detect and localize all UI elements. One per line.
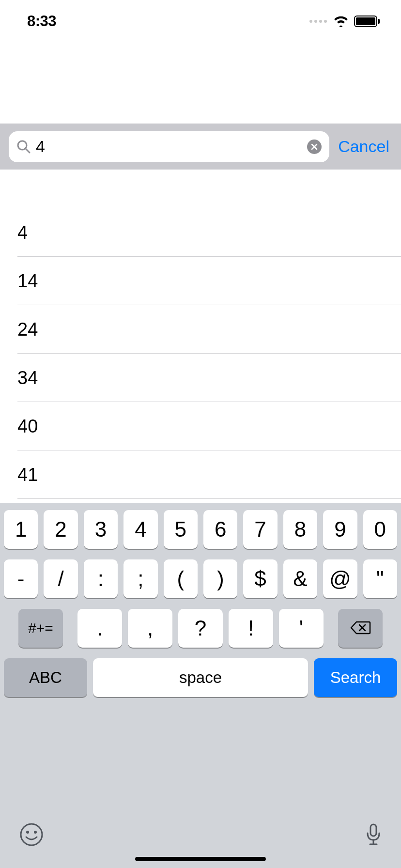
status-right-icons <box>309 16 380 27</box>
key-abc[interactable]: ABC <box>4 658 87 697</box>
key-amp[interactable]: & <box>283 559 317 598</box>
status-bar: 8:33 <box>0 0 401 43</box>
header-blank <box>0 43 401 124</box>
result-row[interactable]: 14 <box>0 257 401 305</box>
result-row[interactable]: 41 <box>0 450 401 499</box>
key-colon[interactable]: : <box>84 559 118 598</box>
result-row[interactable]: 40 <box>0 402 401 450</box>
key-dollar[interactable]: $ <box>243 559 277 598</box>
key-2[interactable]: 2 <box>44 510 77 549</box>
key-rparen[interactable]: ) <box>203 559 237 598</box>
result-row[interactable]: 4 <box>0 208 401 257</box>
svg-line-1 <box>26 149 30 153</box>
keyboard-bottom-bar <box>0 822 401 849</box>
key-at[interactable]: @ <box>323 559 357 598</box>
clear-icon[interactable] <box>307 140 322 154</box>
key-backspace[interactable] <box>338 609 383 648</box>
key-symbols[interactable]: #+= <box>18 609 63 648</box>
backspace-icon <box>350 616 371 640</box>
key-exclaim[interactable]: ! <box>229 609 273 648</box>
cancel-button[interactable]: Cancel <box>338 137 392 156</box>
key-search[interactable]: Search <box>314 658 397 697</box>
key-semicolon[interactable]: ; <box>123 559 157 598</box>
key-question[interactable]: ? <box>178 609 223 648</box>
key-6[interactable]: 6 <box>203 510 237 549</box>
key-space[interactable]: space <box>93 658 308 697</box>
svg-point-6 <box>21 824 42 845</box>
wifi-icon <box>333 16 349 27</box>
svg-point-7 <box>26 831 29 834</box>
key-7[interactable]: 7 <box>243 510 277 549</box>
keyboard-row-4: ABC space Search <box>4 658 397 697</box>
mic-icon[interactable] <box>365 822 382 849</box>
key-8[interactable]: 8 <box>283 510 317 549</box>
keyboard-row-1: 1 2 3 4 5 6 7 8 9 0 <box>4 510 397 549</box>
search-input[interactable] <box>36 137 302 156</box>
key-1[interactable]: 1 <box>4 510 38 549</box>
battery-icon <box>354 16 380 27</box>
result-row[interactable]: 24 <box>0 305 401 354</box>
keyboard-row-3: #+= . , ? ! ' <box>4 609 397 648</box>
key-4[interactable]: 4 <box>123 510 157 549</box>
key-comma[interactable]: , <box>128 609 172 648</box>
svg-point-8 <box>34 831 37 834</box>
key-apostrophe[interactable]: ' <box>279 609 324 648</box>
search-bar: Cancel <box>0 124 401 170</box>
search-icon <box>16 140 31 154</box>
svg-rect-9 <box>370 824 376 836</box>
search-field[interactable] <box>9 131 329 162</box>
key-9[interactable]: 9 <box>323 510 357 549</box>
key-period[interactable]: . <box>77 609 122 648</box>
result-row[interactable]: 34 <box>0 354 401 402</box>
cellular-dots-icon <box>309 20 327 23</box>
key-lparen[interactable]: ( <box>164 559 198 598</box>
key-quote[interactable]: " <box>363 559 397 598</box>
key-3[interactable]: 3 <box>84 510 118 549</box>
key-5[interactable]: 5 <box>164 510 198 549</box>
home-indicator[interactable] <box>135 857 266 861</box>
emoji-icon[interactable] <box>19 822 44 849</box>
key-dash[interactable]: - <box>4 559 38 598</box>
results-list: 4 14 24 34 40 41 <box>0 208 401 499</box>
keyboard: 1 2 3 4 5 6 7 8 9 0 - / : ; ( ) $ & @ " … <box>0 503 401 868</box>
key-slash[interactable]: / <box>44 559 77 598</box>
key-0[interactable]: 0 <box>363 510 397 549</box>
status-time: 8:33 <box>27 13 56 30</box>
results-gap <box>0 170 401 208</box>
keyboard-row-2: - / : ; ( ) $ & @ " <box>4 559 397 598</box>
